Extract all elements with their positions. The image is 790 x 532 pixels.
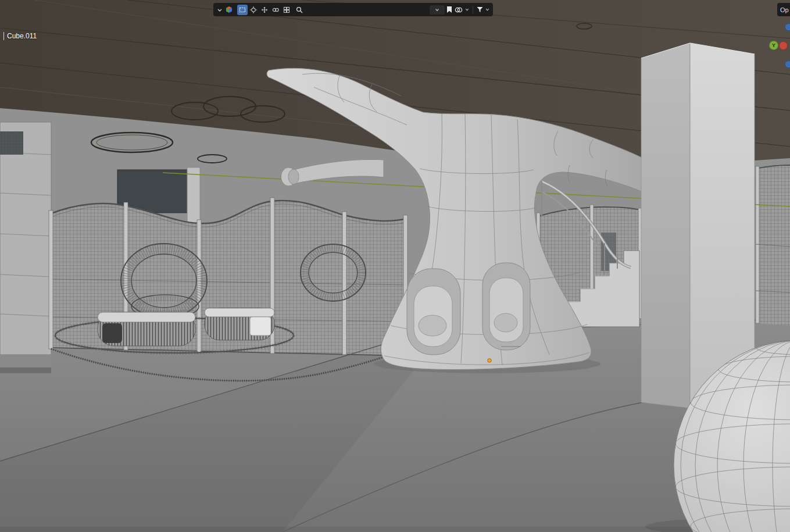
options-button[interactable]: Op (777, 3, 790, 16)
tool-group (237, 5, 292, 15)
search-icon[interactable] (295, 5, 303, 15)
gizmo-z-axis-top[interactable] (785, 23, 790, 31)
header-separator (473, 6, 473, 14)
overlays-icon[interactable] (454, 5, 463, 15)
measure-tool[interactable] (281, 5, 292, 15)
gizmo-y-label: Y (772, 42, 775, 48)
options-label: Op (780, 6, 789, 13)
mode-cube-icon[interactable] (224, 5, 234, 15)
back-pillar[interactable] (187, 167, 200, 226)
left-wall-mesh[interactable] (0, 122, 51, 373)
label-caret (3, 32, 4, 40)
blender-3d-viewport[interactable]: Op Cube.011 Y (0, 0, 790, 532)
header-dropdown-button[interactable] (430, 5, 445, 15)
bookmark-icon[interactable] (446, 5, 453, 15)
pillar-mesh[interactable] (641, 43, 755, 408)
collapse-chevron-icon[interactable] (216, 5, 223, 15)
select-box-tool[interactable] (237, 5, 248, 15)
object-name-text: Cube.011 (7, 32, 37, 40)
origin-dot[interactable] (488, 359, 491, 362)
gizmo-z-axis-bottom[interactable] (785, 60, 790, 68)
move-tool[interactable] (259, 5, 270, 15)
filter-icon[interactable] (476, 5, 484, 15)
overlays-chevron-icon[interactable] (464, 5, 470, 15)
filter-chevron-icon[interactable] (485, 5, 490, 15)
viewport-3d-scene[interactable] (0, 0, 790, 532)
mesh-fence-right[interactable] (756, 165, 790, 326)
viewport-header (213, 3, 493, 16)
bench-right-mesh[interactable] (205, 308, 274, 340)
cursor-tool[interactable] (248, 5, 259, 15)
bench-left-mesh[interactable] (98, 312, 195, 346)
gizmo-y-axis[interactable]: Y (769, 41, 778, 50)
search-field[interactable] (305, 5, 428, 15)
gizmo-x-axis[interactable] (779, 41, 788, 50)
object-name-label: Cube.011 (3, 32, 37, 40)
annotate-tool[interactable] (270, 5, 281, 15)
